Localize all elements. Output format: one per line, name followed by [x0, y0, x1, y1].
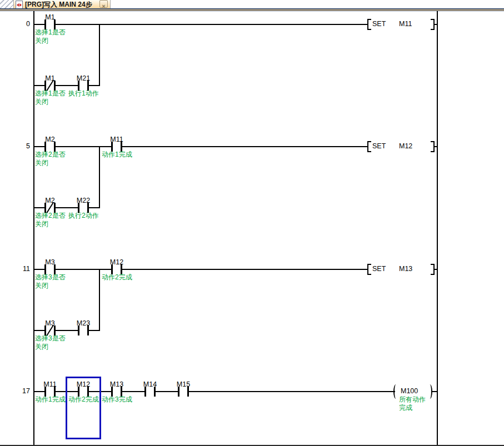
tab-title: [PRG]写入 MAIN 24步 — [25, 1, 100, 8]
contact-cell-M3[interactable] — [33, 258, 67, 291]
tab-bar-stripe — [0, 8, 504, 11]
step-number: 5 — [9, 142, 30, 151]
contact-cell-M2[interactable] — [33, 196, 67, 229]
ladder-program-icon — [16, 1, 23, 9]
contact-cell-M3[interactable] — [33, 319, 67, 352]
contact-cell-M2[interactable] — [33, 135, 67, 168]
step-number: 0 — [9, 20, 30, 28]
rung-line — [435, 24, 438, 25]
set-instruction-cell[interactable] — [367, 13, 435, 46]
contact-cell-M14[interactable] — [133, 380, 167, 413]
step-number: 11 — [9, 265, 30, 273]
contact-cell-M12[interactable] — [100, 258, 133, 291]
rung-line — [432, 391, 438, 392]
plc-ladder-editor-window: [PRG]写入 MAIN 24步 × 0SETM11M1选择1是否关闭M21执行… — [0, 0, 504, 446]
contact-cell-M11[interactable] — [33, 380, 67, 413]
selection-cursor — [66, 377, 101, 439]
rung-line — [33, 269, 368, 270]
step-number: 17 — [9, 387, 30, 395]
contact-cell-M21[interactable] — [67, 74, 100, 107]
rung-line — [435, 269, 438, 270]
contact-cell-M15[interactable] — [167, 380, 200, 413]
document-tab-bar: [PRG]写入 MAIN 24步 × — [0, 0, 504, 11]
rung-line — [33, 24, 368, 25]
coil-instruction-cell[interactable] — [393, 380, 432, 413]
contact-cell-M13[interactable] — [100, 380, 133, 413]
contact-cell-M23[interactable] — [67, 319, 100, 352]
set-instruction-cell[interactable] — [367, 135, 435, 168]
contact-cell-M1[interactable] — [33, 13, 67, 46]
contact-cell-M1[interactable] — [33, 74, 67, 107]
document-tab[interactable]: [PRG]写入 MAIN 24步 × — [13, 0, 111, 8]
right-power-rail — [437, 11, 438, 445]
rung-line — [33, 146, 368, 147]
contact-cell-M11[interactable] — [100, 135, 133, 168]
set-instruction-cell[interactable] — [367, 258, 435, 291]
rung-line — [435, 146, 438, 147]
tab-corner-hatch — [0, 0, 13, 8]
contact-cell-M22[interactable] — [67, 196, 100, 229]
tab-close-button[interactable]: × — [99, 0, 108, 8]
